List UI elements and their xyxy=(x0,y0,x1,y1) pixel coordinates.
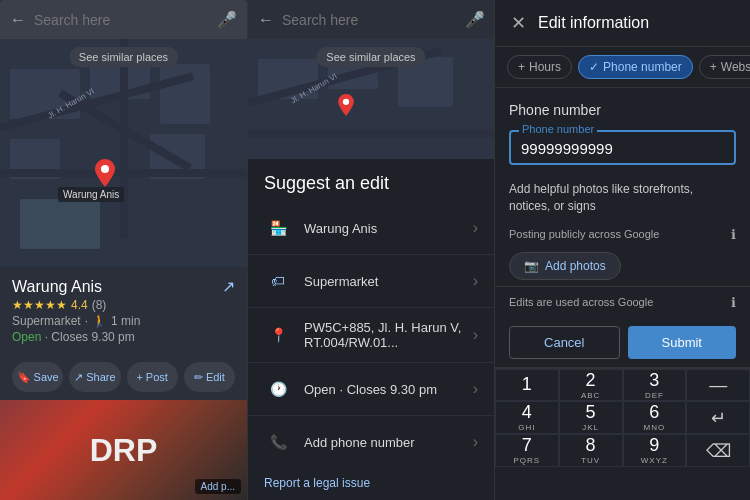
website-plus-icon: + xyxy=(710,60,717,74)
phone-section: Phone number Phone number 99999999999 xyxy=(495,88,750,173)
edit-header-title: Edit information xyxy=(538,14,736,32)
edit-item-icon-name: 🏪 xyxy=(264,214,292,242)
mic-icon-2[interactable]: 🎤 xyxy=(465,10,485,29)
edit-item-name[interactable]: 🏪 Warung Anis › xyxy=(248,202,494,255)
svg-point-1 xyxy=(343,99,349,105)
suggest-map[interactable]: Jl. H. Harun VI See similar places xyxy=(248,39,494,159)
edit-label: Edit xyxy=(206,371,225,383)
save-icon: 🔖 xyxy=(17,371,31,384)
add-photos-label: Add photos xyxy=(545,259,606,273)
search-input-1[interactable] xyxy=(34,12,209,28)
share-button[interactable]: ↗ Share xyxy=(69,362,120,392)
similar-places-button[interactable]: See similar places xyxy=(69,47,178,67)
review-count: (8) xyxy=(92,298,107,312)
chevron-icon-type: › xyxy=(473,272,478,290)
submit-button[interactable]: Submit xyxy=(628,326,737,359)
edit-item-icon-phone: 📞 xyxy=(264,428,292,456)
edit-item-icon-address: 📍 xyxy=(264,321,292,349)
add-photos-button[interactable]: 📷 Add photos xyxy=(509,252,621,280)
info-icon-edits[interactable]: ℹ xyxy=(731,295,736,310)
report-legal-link[interactable]: Report a legal issue xyxy=(248,466,494,500)
edit-button[interactable]: ✏ Edit xyxy=(184,362,235,392)
key-8[interactable]: 8 TUV xyxy=(559,434,623,467)
back-icon-2[interactable]: ← xyxy=(258,11,274,29)
key-backspace[interactable]: ⌫ xyxy=(686,434,750,467)
place-type-row: Supermarket · 🚶 1 min xyxy=(12,314,235,328)
back-icon[interactable]: ← xyxy=(10,11,26,29)
svg-point-0 xyxy=(101,165,109,173)
edit-item-icon-hours: 🕐 xyxy=(264,375,292,403)
place-info: Warung Anis ↗ ★★★★★ 4.4 (8) Supermarket … xyxy=(0,267,247,354)
edit-item-type[interactable]: 🏷 Supermarket › xyxy=(248,255,494,308)
add-photos-icon: 📷 xyxy=(524,259,539,273)
tab-hours-label: Hours xyxy=(529,60,561,74)
mic-icon[interactable]: 🎤 xyxy=(217,10,237,29)
open-status: Open xyxy=(12,330,41,344)
map-pin-2[interactable] xyxy=(338,94,354,120)
edit-item-text-hours: Open · Closes 9.30 pm xyxy=(304,382,473,397)
tab-phone-label: Phone number xyxy=(603,60,682,74)
key-5[interactable]: 5 JKL xyxy=(559,401,623,434)
map-place-label: Warung Anis xyxy=(58,187,124,202)
key-enter[interactable]: ↵ xyxy=(686,401,750,434)
tab-website[interactable]: + Website xyxy=(699,55,750,79)
search-bar-2: ← 🎤 xyxy=(248,0,494,39)
place-name: Warung Anis xyxy=(12,278,102,296)
chevron-icon-hours: › xyxy=(473,380,478,398)
save-button[interactable]: 🔖 Save xyxy=(12,362,63,392)
share-icon: ↗ xyxy=(74,371,83,384)
place-photo: DRP Add p... xyxy=(0,400,247,500)
edit-item-text-phone: Add phone number xyxy=(304,435,473,450)
phone-input-wrapper[interactable]: Phone number 99999999999 xyxy=(509,130,736,165)
photos-hint: Add helpful photos like storefronts, not… xyxy=(495,173,750,223)
edits-note-text: Edits are used across Google xyxy=(509,296,725,308)
key-1[interactable]: 1 xyxy=(495,369,559,402)
panel-map: ← 🎤 Jl. H. Harun VI Warung Anis See simi… xyxy=(0,0,247,500)
tab-hours[interactable]: + Hours xyxy=(507,55,572,79)
edit-item-address[interactable]: 📍 PW5C+885, Jl. H. Harun V, RT.004/RW.01… xyxy=(248,308,494,363)
place-hours: Open · Closes 9.30 pm xyxy=(12,330,235,344)
edit-item-phone[interactable]: 📞 Add phone number › xyxy=(248,416,494,466)
edit-header: ✕ Edit information xyxy=(495,0,750,47)
rating-value: 4.4 xyxy=(71,298,88,312)
share-label: Share xyxy=(86,371,115,383)
edit-items-list: 🏪 Warung Anis › 🏷 Supermarket › 📍 PW5C+8… xyxy=(248,202,494,466)
action-buttons: 🔖 Save ↗ Share + Post ✏ Edit xyxy=(0,354,247,400)
closing-hours: · Closes 9.30 pm xyxy=(45,330,135,344)
tab-phone-number[interactable]: ✓ Phone number xyxy=(578,55,693,79)
key-dash[interactable]: — xyxy=(686,369,750,402)
rating-row: ★★★★★ 4.4 (8) xyxy=(12,298,235,312)
tab-website-label: Website xyxy=(721,60,750,74)
stars: ★★★★★ xyxy=(12,298,67,312)
save-label: Save xyxy=(34,371,59,383)
walk-time: 1 min xyxy=(111,314,140,328)
edit-item-text-name: Warung Anis xyxy=(304,221,473,236)
chevron-icon-address: › xyxy=(473,326,478,344)
share-icon-place[interactable]: ↗ xyxy=(222,277,235,296)
key-6[interactable]: 6 MNO xyxy=(623,401,687,434)
phone-field-value[interactable]: 99999999999 xyxy=(521,140,724,157)
post-label: Post xyxy=(146,371,168,383)
key-2[interactable]: 2 ABC xyxy=(559,369,623,402)
map-view-1[interactable]: Jl. H. Harun VI Warung Anis See similar … xyxy=(0,39,247,267)
key-7[interactable]: 7 PQRS xyxy=(495,434,559,467)
cancel-button[interactable]: Cancel xyxy=(509,326,620,359)
edit-icon: ✏ xyxy=(194,371,203,384)
key-4[interactable]: 4 GHI xyxy=(495,401,559,434)
posting-row: Posting publicly across Google ℹ xyxy=(495,223,750,246)
suggest-title: Suggest an edit xyxy=(248,159,494,202)
search-input-2[interactable] xyxy=(282,12,457,28)
key-3[interactable]: 3 DEF xyxy=(623,369,687,402)
add-photo-overlay[interactable]: Add p... xyxy=(195,479,241,494)
phone-field-label: Phone number xyxy=(519,123,597,135)
edit-tabs: + Hours ✓ Phone number + Website xyxy=(495,47,750,88)
post-button[interactable]: + Post xyxy=(127,362,178,392)
close-button[interactable]: ✕ xyxy=(509,10,528,36)
similar-places-button-2[interactable]: See similar places xyxy=(316,47,425,67)
edit-item-hours[interactable]: 🕐 Open · Closes 9.30 pm › xyxy=(248,363,494,416)
hours-plus-icon: + xyxy=(518,60,525,74)
info-icon-posting[interactable]: ℹ xyxy=(731,227,736,242)
chevron-icon-phone: › xyxy=(473,433,478,451)
key-9[interactable]: 9 WXYZ xyxy=(623,434,687,467)
walk-icon: 🚶 xyxy=(92,314,107,328)
